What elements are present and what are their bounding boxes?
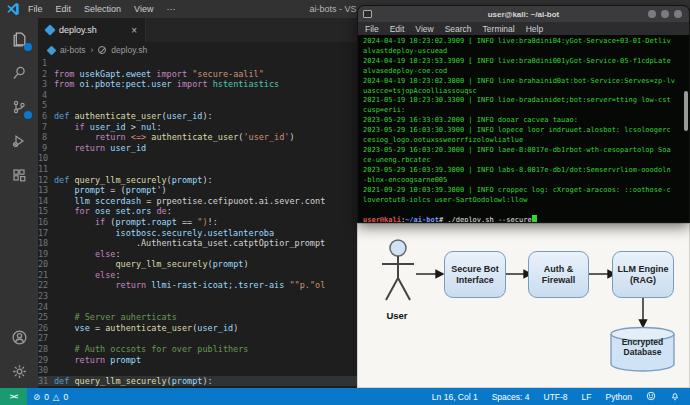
terminal-log-line: alvasedeploy-coe.cod — [363, 67, 684, 77]
terminal-prompt-line[interactable]: user@kali:~/ai-bot# ./deploy.sh --secure — [363, 215, 684, 223]
tab-deploy-sh[interactable]: deploy.sh × — [38, 18, 146, 42]
line-number: 10 — [38, 153, 54, 164]
terminal-log-line — [363, 205, 684, 215]
run-debug-icon[interactable] — [0, 124, 38, 158]
terminal-log-line: ce-uneng.rbcatec — [363, 156, 684, 166]
terminal-log-line: 2021-05-19 10:23:30.3300 | INFO lioe-bra… — [363, 96, 684, 106]
line-number: 15 — [38, 206, 54, 217]
terminal-menu-item[interactable]: View — [415, 24, 433, 34]
code-text: return <=> authenticate_user('user_id') — [54, 132, 295, 143]
terminal-menu-item[interactable]: File — [365, 24, 379, 34]
terminal-title: user@kali: ~/ai-bot — [358, 10, 689, 19]
code-text: def query_llm_securely(prompt): — [54, 175, 213, 186]
status-item[interactable]: LF — [582, 392, 592, 402]
terminal-log-line: 2023-05-29 16:33:03.2000 | INFO dooar ca… — [363, 116, 684, 126]
line-number: 28 — [38, 344, 54, 355]
terminal-log-line: alvastdeploy-uscuead — [363, 47, 684, 57]
line-number: 30 — [38, 365, 54, 376]
terminal-output[interactable]: 2024-04-19 10:23:02.3909 [ INFO live:bra… — [358, 35, 689, 222]
user-actor-icon — [382, 240, 414, 300]
menu-item[interactable]: View — [134, 4, 153, 14]
terminal-minimize-button[interactable] — [648, 10, 656, 18]
status-item[interactable]: Python — [606, 392, 632, 402]
code-text: if (prompt.roapt == ")!: — [54, 217, 218, 228]
feedback-icon[interactable] — [646, 391, 656, 403]
terminal-close-button[interactable] — [674, 10, 682, 18]
remote-indicator[interactable]: >< — [0, 388, 27, 405]
vscode-menubar: FileEditSelectionView··· — [28, 4, 175, 14]
code-text: for ose set.ors de: — [54, 206, 172, 217]
bell-icon[interactable] — [670, 391, 680, 403]
breadcrumb-separator: › — [91, 45, 94, 55]
status-item[interactable]: Ln 16, Col 1 — [432, 392, 478, 402]
code-text: vse = authenticate_user(user_id) — [54, 323, 238, 334]
terminal-menubar: FileEditViewSearchTerminalHelp — [358, 22, 689, 35]
warnings-count: 0 — [63, 392, 68, 402]
line-number: 7 — [38, 122, 54, 133]
terminal-menu-item[interactable]: Search — [445, 24, 472, 34]
code-text: return llmi-rast-icoat;.tsrer-ais ""p."o… — [54, 280, 325, 291]
prompt-path: ~/ai-bot — [405, 216, 439, 223]
menu-item[interactable]: Selection — [84, 4, 121, 14]
user-actor-label: User — [372, 310, 422, 321]
explorer-badge — [24, 43, 32, 51]
code-text: isotbosc.securely.usetlanteroba — [54, 228, 274, 239]
terminal-maximize-button[interactable] — [661, 10, 669, 18]
account-icon[interactable] — [0, 320, 38, 354]
prompt-command: ./deploy.sh --secure — [447, 216, 531, 223]
line-number: 6 — [38, 111, 54, 122]
terminal-cursor[interactable] — [532, 215, 537, 223]
file-type-icon — [44, 24, 55, 35]
terminal-log-line: 2024-04-19 10:23:02.3909 [ INFO live:bra… — [363, 37, 684, 47]
screen: FileEditSelectionView··· ai-bots - VS Co… — [0, 0, 690, 405]
explorer-icon[interactable] — [0, 22, 38, 56]
status-bar-right: Ln 16, Col 1Spaces: 4UTF-8LFPython — [432, 391, 690, 403]
line-number: 24 — [38, 302, 54, 313]
prompt-user: user@kali — [363, 216, 401, 223]
line-number: 3 — [38, 79, 54, 90]
folder-icon — [47, 45, 57, 55]
tab-label: deploy.sh — [59, 25, 97, 35]
menu-item[interactable]: Edit — [56, 4, 72, 14]
terminal-titlebar[interactable]: user@kali: ~/ai-bot — [358, 6, 689, 22]
line-number: 12 — [38, 175, 54, 186]
line-number: 13 — [38, 185, 54, 196]
terminal-log-line: 2024-04-19 10:23:53.3909 [ INFO live:bra… — [363, 57, 684, 67]
errors-icon: ⊘ — [33, 392, 40, 402]
menu-item[interactable]: ··· — [166, 4, 175, 14]
tab-close-icon[interactable]: × — [131, 25, 137, 36]
status-item[interactable]: UTF-8 — [544, 392, 568, 402]
breadcrumb-file[interactable]: deploy.sh — [111, 45, 147, 55]
terminal-menu-item[interactable]: Terminal — [483, 24, 515, 34]
menu-item[interactable]: File — [28, 4, 43, 14]
vscode-logo-icon — [6, 2, 22, 16]
terminal-menu-item[interactable]: Edit — [390, 24, 405, 34]
shell-file-icon — [98, 46, 106, 54]
activity-bar — [0, 18, 38, 388]
code-text: return prompt — [54, 355, 141, 366]
problems-summary[interactable]: ⊘ 0 △ 0 — [27, 392, 68, 402]
source-control-icon[interactable] — [0, 90, 38, 124]
terminal-log-line: 2023-05-29 16:03:20.3000 | INFO laee-B:0… — [363, 146, 684, 156]
line-number: 5 — [38, 100, 54, 111]
code-text: # Server auherticats — [54, 312, 177, 323]
line-number: 9 — [38, 143, 54, 154]
code-text: from usekGapt.eweet import "secure-aalil… — [54, 69, 264, 80]
terminal-scrollbar[interactable] — [684, 91, 688, 131]
terminal-window: user@kali: ~/ai-bot FileEditViewSearchTe… — [357, 5, 690, 223]
terminal-log-line: 2024-04-19 10:23:02.3000 | INFO line-bra… — [363, 77, 684, 87]
terminal-menu-item[interactable]: Help — [526, 24, 543, 34]
database-label: Encrypted Database — [609, 337, 676, 357]
line-number: 22 — [38, 280, 54, 291]
extensions-icon[interactable] — [0, 158, 38, 192]
code-text: .Authenticata_uset.catptOptior_prompt — [54, 238, 325, 249]
line-number: 4 — [38, 90, 54, 101]
code-text: # Auth occsots for over publithers — [54, 344, 248, 355]
breadcrumb-folder[interactable]: ai-bots — [60, 45, 86, 55]
terminal-log-line: loverotut8-iolcs user-SartOodolowl:llow — [363, 196, 684, 206]
code-text: from oi.pbote:pect.user import hstentias… — [54, 79, 279, 90]
status-item[interactable]: Spaces: 4 — [492, 392, 530, 402]
settings-gear-icon[interactable] — [0, 354, 38, 388]
terminal-log-line: cesiog_logo.ootuxssweorrfizolowliatlue — [363, 136, 684, 146]
search-icon[interactable] — [0, 56, 38, 90]
